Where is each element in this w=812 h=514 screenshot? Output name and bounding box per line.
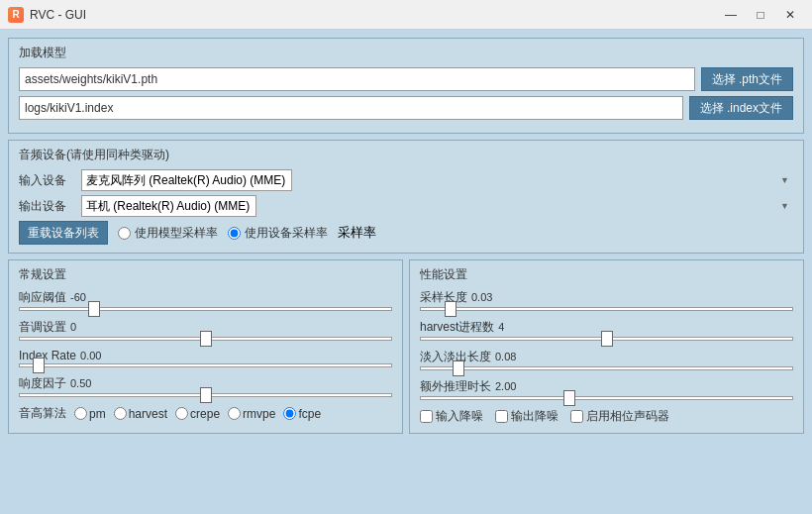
algo-harvest-label[interactable]: harvest (114, 407, 167, 421)
sample-len-value: 0.03 (471, 291, 492, 303)
volume-slider-row: 响度因子 0.50 (19, 375, 392, 397)
harvest-threads-slider-row: harvest进程数 4 (420, 319, 793, 341)
algo-rmvpe-label[interactable]: rmvpe (228, 407, 275, 421)
audio-panel-title: 音频设备(请使用同种类驱动) (19, 147, 793, 163)
output-device-select[interactable]: 耳机 (Realtek(R) Audio) (MME) (81, 195, 256, 217)
audio-controls-row: 重载设备列表 使用模型采样率 使用设备采样率 采样率 (19, 221, 793, 245)
algo-rmvpe: rmvpe (243, 407, 275, 421)
algo-pm: pm (89, 407, 106, 421)
index-rate-slider-row: Index Rate 0.00 (19, 349, 392, 367)
fade-len-value: 0.08 (495, 351, 516, 362)
harvest-threads-slider[interactable] (420, 337, 793, 341)
index-rate-slider[interactable] (19, 363, 392, 367)
algo-fcpe: fcpe (298, 407, 321, 421)
output-denoise-checkbox[interactable] (495, 410, 508, 423)
algo-crepe-radio[interactable] (175, 407, 188, 420)
sample-len-slider[interactable] (420, 307, 793, 311)
extra-infer-slider-row: 额外推理时长 2.00 (420, 378, 793, 400)
index-rate-thumb[interactable] (33, 358, 45, 373)
volume-label: 响度因子 (19, 375, 66, 392)
app-icon: R (8, 7, 24, 23)
model-rate-label: 使用模型采样率 (135, 225, 218, 242)
input-device-select-wrapper: 麦克风阵列 (Realtek(R) Audio) (MME) (81, 169, 793, 191)
index-select-button[interactable]: 选择 .index文件 (689, 96, 793, 120)
fade-len-slider[interactable] (420, 366, 793, 370)
extra-infer-label: 额外推理时长 (420, 378, 491, 395)
sample-rate-label: 采样率 (338, 224, 376, 242)
index-rate-label: Index Rate (19, 349, 76, 362)
algo-rmvpe-radio[interactable] (228, 407, 241, 420)
volume-value: 0.50 (70, 377, 91, 389)
pth-select-button[interactable]: 选择 .pth文件 (701, 67, 793, 91)
pth-file-row: 选择 .pth文件 (19, 67, 793, 91)
settings-columns: 常规设置 响应阈值 -60 音调设置 0 (8, 259, 804, 434)
close-button[interactable]: ✕ (776, 4, 804, 26)
output-device-row: 输出设备 耳机 (Realtek(R) Audio) (MME) (19, 195, 793, 217)
model-panel: 加载模型 选择 .pth文件 选择 .index文件 (8, 38, 804, 134)
algo-crepe-label[interactable]: crepe (175, 407, 220, 421)
input-denoise-text: 输入降噪 (436, 408, 483, 425)
model-rate-radio-label[interactable]: 使用模型采样率 (118, 225, 218, 242)
maximize-button[interactable]: □ (747, 4, 774, 26)
extra-infer-thumb[interactable] (563, 390, 575, 406)
sample-len-label: 采样长度 (420, 289, 467, 306)
device-rate-label: 使用设备采样率 (245, 225, 328, 242)
fade-len-slider-row: 淡入淡出长度 0.08 (420, 349, 793, 370)
input-denoise-checkbox[interactable] (420, 410, 433, 423)
input-device-row: 输入设备 麦克风阵列 (Realtek(R) Audio) (MME) (19, 169, 793, 191)
algo-fcpe-label[interactable]: fcpe (283, 407, 321, 421)
pitch-slider-row: 音调设置 0 (19, 319, 392, 341)
phase-vocoder-checkbox[interactable] (570, 410, 583, 423)
threshold-slider[interactable] (19, 307, 392, 311)
output-denoise-text: 输出降噪 (511, 408, 558, 425)
fade-len-thumb[interactable] (453, 360, 464, 376)
phase-vocoder-label[interactable]: 启用相位声码器 (570, 408, 669, 425)
algo-label: 音高算法 (19, 405, 66, 422)
phase-vocoder-text: 启用相位声码器 (586, 408, 669, 425)
algo-pm-label[interactable]: pm (74, 407, 106, 421)
threshold-slider-row: 响应阈值 -60 (19, 289, 392, 311)
pitch-label: 音调设置 (19, 319, 66, 336)
output-denoise-label[interactable]: 输出降噪 (495, 408, 558, 425)
model-panel-title: 加载模型 (19, 45, 793, 61)
algo-pm-radio[interactable] (74, 407, 87, 420)
device-rate-radio[interactable] (228, 227, 241, 240)
main-content: 加载模型 选择 .pth文件 选择 .index文件 音频设备(请使用同种类驱动… (0, 30, 812, 442)
output-device-label: 输出设备 (19, 198, 73, 215)
pth-path-input[interactable] (19, 67, 695, 91)
general-settings-panel: 常规设置 响应阈值 -60 音调设置 0 (8, 259, 403, 434)
algo-harvest: harvest (129, 407, 167, 421)
noise-checkboxes-row: 输入降噪 输出降噪 启用相位声码器 (420, 408, 793, 425)
volume-thumb[interactable] (200, 387, 212, 403)
algo-crepe: crepe (190, 407, 220, 421)
pitch-thumb[interactable] (200, 331, 212, 347)
threshold-value: -60 (70, 291, 86, 303)
extra-infer-value: 2.00 (495, 380, 516, 392)
pitch-value: 0 (70, 321, 76, 333)
harvest-threads-label: harvest进程数 (420, 319, 494, 336)
model-rate-radio[interactable] (118, 227, 131, 240)
input-denoise-label[interactable]: 输入降噪 (420, 408, 483, 425)
harvest-threads-thumb[interactable] (601, 331, 613, 347)
refresh-devices-button[interactable]: 重载设备列表 (19, 221, 108, 245)
output-device-select-wrapper: 耳机 (Realtek(R) Audio) (MME) (81, 195, 793, 217)
perf-settings-panel: 性能设置 采样长度 0.03 harvest进程数 4 (409, 259, 804, 434)
sample-len-thumb[interactable] (445, 301, 457, 317)
input-device-select[interactable]: 麦克风阵列 (Realtek(R) Audio) (MME) (81, 169, 292, 191)
threshold-label: 响应阈值 (19, 289, 66, 306)
minimize-button[interactable]: — (717, 4, 745, 26)
index-rate-value: 0.00 (80, 350, 101, 361)
pitch-slider[interactable] (19, 337, 392, 341)
extra-infer-slider[interactable] (420, 396, 793, 400)
audio-panel: 音频设备(请使用同种类驱动) 输入设备 麦克风阵列 (Realtek(R) Au… (8, 140, 804, 254)
threshold-thumb[interactable] (88, 301, 100, 317)
algo-harvest-radio[interactable] (114, 407, 127, 420)
perf-settings-title: 性能设置 (420, 266, 793, 283)
algo-row: 音高算法 pm harvest crepe rmvpe fcpe (19, 405, 392, 422)
input-device-label: 输入设备 (19, 172, 73, 189)
volume-slider[interactable] (19, 393, 392, 397)
app-title: RVC - GUI (30, 8, 717, 22)
index-path-input[interactable] (19, 96, 683, 120)
algo-fcpe-radio[interactable] (283, 407, 296, 420)
device-rate-radio-label[interactable]: 使用设备采样率 (228, 225, 328, 242)
